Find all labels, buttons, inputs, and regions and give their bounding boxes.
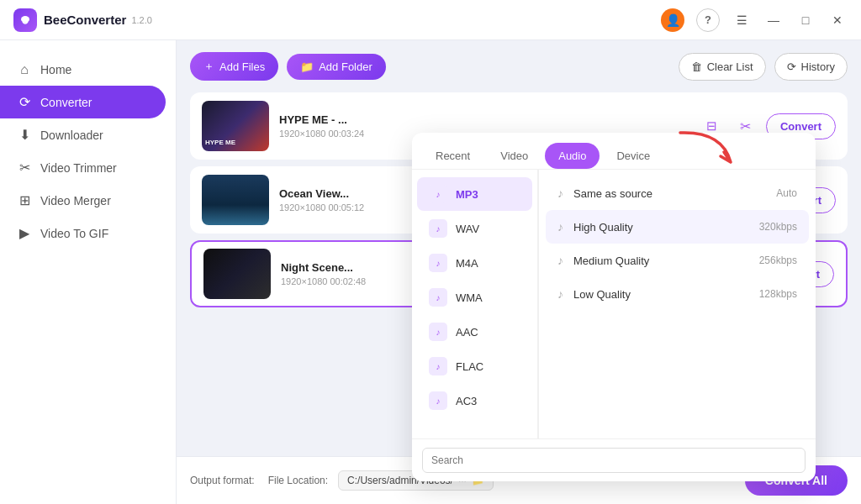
quality-bitrate-same: Auto — [776, 187, 797, 199]
format-label-wma: WMA — [456, 291, 483, 304]
output-format-label: Output format: — [190, 475, 255, 486]
app-version: 1.2.0 — [131, 15, 151, 25]
quality-music-icon: ♪ — [557, 287, 563, 301]
tab-video[interactable]: Video — [487, 143, 541, 169]
format-label-m4a: M4A — [456, 257, 478, 270]
add-files-label: Add Files — [219, 60, 265, 73]
history-label: History — [801, 60, 835, 73]
menu-icon[interactable]: ☰ — [732, 10, 752, 30]
app-logo — [13, 8, 37, 32]
sidebar-item-video-merger[interactable]: ⊞ Video Merger — [0, 184, 176, 217]
sidebar-item-home[interactable]: ⌂ Home — [0, 54, 176, 86]
format-item-wav[interactable]: ♪ WAV — [417, 212, 532, 245]
sidebar-item-video-gif[interactable]: ▶ Video To GIF — [0, 217, 176, 249]
format-item-ac3[interactable]: ♪ AC3 — [417, 384, 532, 417]
history-icon: ⟳ — [787, 60, 796, 73]
converter-icon: ⟳ — [17, 94, 32, 110]
quality-bitrate-low: 128kbps — [759, 288, 797, 300]
format-search — [412, 438, 816, 481]
maximize-button[interactable]: □ — [795, 10, 816, 30]
file-thumbnail — [202, 101, 269, 151]
file-name: HYPE ME - ... — [279, 113, 689, 126]
quality-bitrate-high: 320kbps — [759, 221, 797, 233]
quality-music-icon: ♪ — [557, 186, 563, 200]
quality-item-high[interactable]: ♪ High Quality 320kbps — [546, 210, 809, 244]
format-label-wav: WAV — [456, 223, 479, 235]
sidebar: ⌂ Home ⟳ Converter ⬇ Downloader ✂ Video … — [0, 40, 177, 504]
format-search-input[interactable] — [422, 448, 806, 473]
format-list: ♪ MP3 ♪ WAV ♪ M4A ♪ WMA — [412, 170, 538, 438]
downloader-icon: ⬇ — [17, 127, 32, 143]
file-thumbnail — [203, 249, 271, 299]
tab-audio[interactable]: Audio — [545, 143, 600, 169]
tab-recent[interactable]: Recent — [422, 143, 483, 169]
content-area: ＋ Add Files 📁 Add Folder 🗑 Clear List ⟳ … — [177, 40, 861, 504]
sidebar-item-converter[interactable]: ⟳ Converter — [0, 86, 166, 118]
ac3-icon: ♪ — [429, 391, 447, 410]
home-icon: ⌂ — [17, 62, 32, 77]
add-folder-label: Add Folder — [319, 60, 372, 73]
sidebar-item-downloader[interactable]: ⬇ Downloader — [0, 118, 176, 151]
format-label-ac3: AC3 — [456, 395, 477, 407]
quality-name-low: Low Quality — [573, 288, 749, 301]
sidebar-item-downloader-label: Downloader — [40, 129, 103, 142]
app-name: BeeConverter — [44, 13, 126, 27]
sidebar-item-converter-label: Converter — [40, 96, 92, 109]
quality-music-icon: ♪ — [557, 220, 563, 234]
sidebar-item-video-merger-label: Video Merger — [40, 194, 111, 207]
video-merger-icon: ⊞ — [17, 192, 32, 208]
format-item-flac[interactable]: ♪ FLAC — [417, 349, 532, 383]
help-icon[interactable]: ? — [696, 8, 720, 32]
quality-item-low[interactable]: ♪ Low Quality 128kbps — [546, 277, 809, 311]
aac-icon: ♪ — [429, 323, 447, 341]
add-files-icon: ＋ — [203, 59, 214, 74]
mp3-icon: ♪ — [429, 185, 447, 203]
format-label-aac: AAC — [456, 326, 478, 339]
sidebar-item-home-label: Home — [40, 63, 71, 76]
toolbar: ＋ Add Files 📁 Add Folder 🗑 Clear List ⟳ … — [177, 40, 861, 92]
format-item-wma[interactable]: ♪ WMA — [417, 281, 532, 314]
quality-name-medium: Medium Quality — [573, 255, 749, 267]
format-label-mp3: MP3 — [456, 188, 478, 201]
format-body: ♪ MP3 ♪ WAV ♪ M4A ♪ WMA — [412, 170, 816, 438]
sidebar-item-video-gif-label: Video To GIF — [40, 227, 108, 240]
format-item-mp3[interactable]: ♪ MP3 — [417, 177, 532, 211]
quality-name-same: Same as source — [573, 187, 766, 200]
format-dropdown: Recent Video Audio Device ♪ MP3 ♪ WAV — [412, 133, 816, 481]
sidebar-item-video-trimmer[interactable]: ✂ Video Trimmer — [0, 151, 176, 184]
svg-point-0 — [21, 16, 29, 23]
wma-icon: ♪ — [429, 288, 447, 307]
file-location-label: File Location: — [268, 475, 328, 486]
video-gif-icon: ▶ — [17, 225, 32, 241]
titlebar-controls: 👤 ? ☰ — □ ✕ — [661, 8, 848, 32]
format-item-aac[interactable]: ♪ AAC — [417, 315, 532, 349]
history-button[interactable]: ⟳ History — [774, 53, 848, 81]
format-label-flac: FLAC — [456, 360, 483, 373]
titlebar: BeeConverter 1.2.0 👤 ? ☰ — □ ✕ — [0, 0, 861, 40]
tab-device[interactable]: Device — [603, 143, 663, 169]
add-folder-icon: 📁 — [300, 60, 314, 73]
clear-list-icon: 🗑 — [691, 60, 702, 73]
wav-icon: ♪ — [429, 219, 447, 238]
quality-bitrate-medium: 256kbps — [759, 255, 797, 266]
flac-icon: ♪ — [429, 357, 447, 375]
m4a-icon: ♪ — [429, 254, 447, 272]
quality-name-high: High Quality — [573, 221, 749, 234]
clear-list-button[interactable]: 🗑 Clear List — [679, 53, 766, 81]
format-tabs: Recent Video Audio Device — [412, 133, 816, 170]
quality-music-icon: ♪ — [557, 254, 563, 267]
quality-list: ♪ Same as source Auto ♪ High Quality 320… — [539, 170, 816, 438]
sidebar-item-video-trimmer-label: Video Trimmer — [40, 161, 117, 175]
minimize-button[interactable]: — — [763, 10, 784, 30]
file-thumbnail — [202, 175, 269, 225]
clear-list-label: Clear List — [707, 60, 753, 73]
video-trimmer-icon: ✂ — [17, 160, 32, 176]
add-files-button[interactable]: ＋ Add Files — [190, 52, 278, 81]
quality-item-medium[interactable]: ♪ Medium Quality 256kbps — [546, 244, 809, 277]
format-item-m4a[interactable]: ♪ M4A — [417, 246, 532, 280]
quality-item-same[interactable]: ♪ Same as source Auto — [546, 176, 809, 210]
close-button[interactable]: ✕ — [827, 10, 848, 30]
main-layout: ⌂ Home ⟳ Converter ⬇ Downloader ✂ Video … — [0, 40, 861, 504]
avatar-icon[interactable]: 👤 — [661, 8, 684, 32]
add-folder-button[interactable]: 📁 Add Folder — [287, 54, 386, 80]
